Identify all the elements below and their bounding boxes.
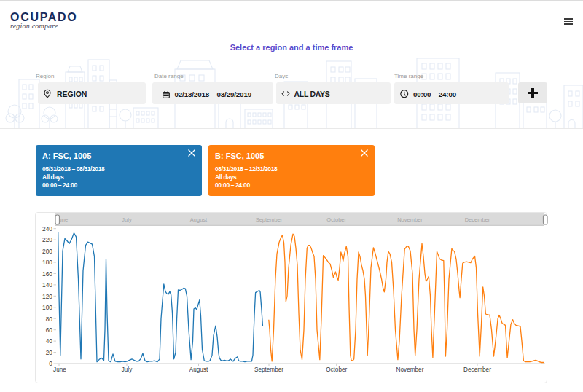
- svg-text:July: July: [122, 216, 132, 223]
- svg-text:December: December: [463, 366, 491, 373]
- svg-text:November: November: [396, 366, 424, 373]
- svg-text:August: August: [190, 216, 208, 223]
- svg-text:0: 0: [49, 360, 52, 367]
- svg-text:June: June: [53, 366, 66, 373]
- svg-text:August: August: [189, 366, 208, 373]
- svg-text:November: November: [397, 216, 423, 223]
- svg-text:140: 140: [42, 281, 52, 289]
- svg-text:October: October: [326, 216, 346, 223]
- svg-text:20: 20: [46, 349, 53, 356]
- svg-text:240: 240: [42, 225, 52, 232]
- svg-text:220: 220: [42, 236, 52, 243]
- svg-text:40: 40: [46, 337, 53, 345]
- svg-text:60: 60: [46, 326, 53, 334]
- svg-text:180: 180: [42, 259, 52, 266]
- svg-text:September: September: [254, 366, 283, 373]
- svg-text:October: October: [326, 366, 347, 373]
- svg-text:200: 200: [42, 248, 52, 255]
- svg-text:160: 160: [42, 270, 52, 278]
- svg-text:July: July: [122, 366, 133, 373]
- svg-text:80: 80: [46, 315, 53, 323]
- svg-text:100: 100: [42, 304, 52, 311]
- svg-text:December: December: [465, 216, 490, 223]
- svg-text:September: September: [256, 216, 283, 223]
- svg-text:120: 120: [42, 293, 52, 300]
